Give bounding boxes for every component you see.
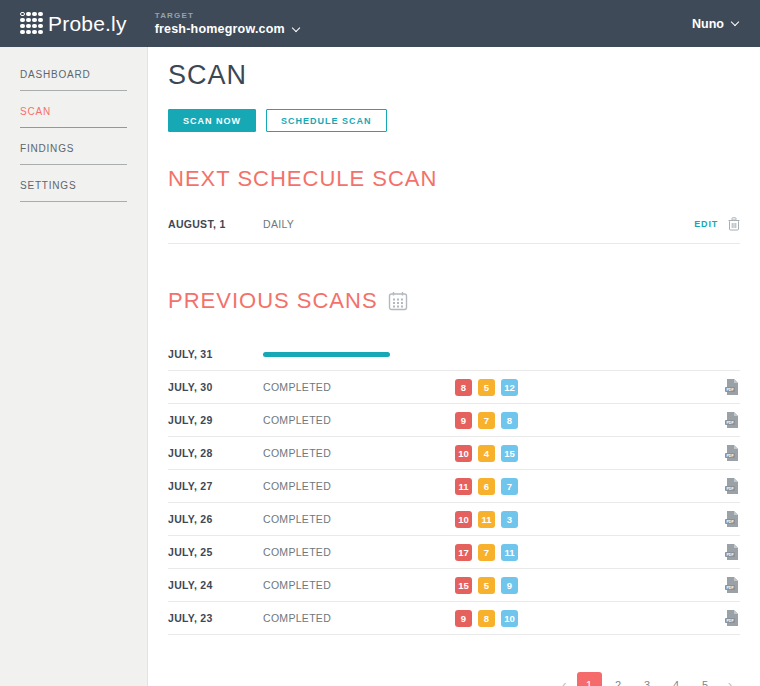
svg-text:PDF: PDF [726,388,734,392]
page-title: SCAN [168,60,740,91]
user-menu[interactable]: Nuno [692,17,738,31]
sidebar-item-rule [20,127,127,128]
edit-schedule-button[interactable]: EDIT [694,219,718,229]
previous-scans-list: JULY, 31 JULY, 30 COMPLETED 8 5 12 PDF [168,338,740,635]
high-severity-badge: 17 [455,544,472,561]
scan-now-button[interactable]: SCAN NOW [168,109,256,132]
pdf-file-icon[interactable]: PDF [724,609,740,627]
svg-text:PDF: PDF [726,586,734,590]
pagination-next[interactable]: › [720,677,740,686]
sidebar-item-label: SETTINGS [20,174,127,201]
low-severity-badge: 10 [501,610,518,627]
pdf-file-icon[interactable]: PDF [724,411,740,429]
brand-logo[interactable]: Probe.ly [20,12,127,36]
previous-scans-heading-text: PREVIOUS SCANS [168,288,378,314]
medium-severity-badge: 7 [478,544,495,561]
sidebar-item-rule [20,201,127,202]
scan-status: COMPLETED [263,546,455,558]
progress-bar-track [263,352,455,357]
scan-date: JULY, 25 [168,546,263,558]
sidebar: DASHBOARD SCAN FINDINGS SETTINGS [0,47,148,686]
scan-status: COMPLETED [263,381,455,393]
low-severity-badge: 3 [501,511,518,528]
medium-severity-badge: 4 [478,445,495,462]
svg-text:PDF: PDF [726,487,734,491]
low-severity-badge: 9 [501,577,518,594]
scan-row: JULY, 23 COMPLETED 9 8 10 PDF [168,602,740,635]
pagination-prev[interactable]: ‹ [554,677,574,686]
scan-status: COMPLETED [263,480,455,492]
target-selector[interactable]: TARGET fresh-homegrow.com [155,11,299,36]
scan-row: JULY, 26 COMPLETED 10 11 3 PDF [168,503,740,536]
high-severity-badge: 15 [455,577,472,594]
pdf-file-icon[interactable]: PDF [724,510,740,528]
schedule-frequency: DAILY [263,218,455,230]
chevron-down-icon [292,23,300,31]
pdf-file-icon[interactable]: PDF [724,378,740,396]
pdf-file-icon[interactable]: PDF [724,576,740,594]
user-name: Nuno [692,17,724,31]
scan-status: COMPLETED [263,447,455,459]
scan-status: COMPLETED [263,579,455,591]
sidebar-item-settings[interactable]: SETTINGS [0,174,147,202]
medium-severity-badge: 6 [478,478,495,495]
medium-severity-badge: 5 [478,379,495,396]
pdf-file-icon[interactable]: PDF [724,444,740,462]
pdf-file-icon[interactable]: PDF [724,477,740,495]
scan-row: JULY, 29 COMPLETED 9 7 8 PDF [168,404,740,437]
medium-severity-badge: 7 [478,412,495,429]
next-schedule-heading-text: NEXT SCHECULE SCAN [168,166,437,192]
main-content: SCAN SCAN NOW SCHEDULE SCAN NEXT SCHECUL… [148,47,760,686]
high-severity-badge: 9 [455,610,472,627]
next-schedule-heading: NEXT SCHECULE SCAN [168,166,740,192]
sidebar-item-rule [20,164,127,165]
low-severity-badge: 8 [501,412,518,429]
calendar-icon[interactable] [388,291,408,311]
sidebar-item-scan[interactable]: SCAN [0,100,147,128]
pagination-page-4[interactable]: 4 [664,672,689,686]
scan-status: COMPLETED [263,414,455,426]
trash-icon[interactable] [728,217,740,231]
severity-badges: 17 7 11 [455,544,605,561]
scan-row: JULY, 28 COMPLETED 10 4 15 PDF [168,437,740,470]
sidebar-item-label: FINDINGS [20,137,127,164]
sidebar-item-rule [20,90,127,91]
medium-severity-badge: 8 [478,610,495,627]
scan-date: JULY, 30 [168,381,263,393]
high-severity-badge: 8 [455,379,472,396]
top-bar: Probe.ly TARGET fresh-homegrow.com Nuno [0,0,760,47]
low-severity-badge: 15 [501,445,518,462]
target-value: fresh-homegrow.com [155,22,285,36]
schedule-scan-button[interactable]: SCHEDULE SCAN [266,109,387,132]
sidebar-item-dashboard[interactable]: DASHBOARD [0,63,147,91]
pagination-page-2[interactable]: 2 [606,672,631,686]
pagination-page-1[interactable]: 1 [577,672,602,686]
previous-scans-heading: PREVIOUS SCANS [168,288,740,314]
severity-badges: 8 5 12 [455,379,605,396]
low-severity-badge: 7 [501,478,518,495]
severity-badges: 9 8 10 [455,610,605,627]
svg-text:PDF: PDF [726,421,734,425]
scan-date: JULY, 26 [168,513,263,525]
schedule-date: AUGUST, 1 [168,218,263,230]
scan-progress [263,352,455,357]
medium-severity-badge: 11 [478,511,495,528]
svg-text:PDF: PDF [726,553,734,557]
sidebar-item-label: DASHBOARD [20,63,127,90]
svg-text:PDF: PDF [726,619,734,623]
pdf-file-icon[interactable]: PDF [724,543,740,561]
scan-row-in-progress: JULY, 31 [168,338,740,371]
severity-badges: 9 7 8 [455,412,605,429]
action-buttons: SCAN NOW SCHEDULE SCAN [168,109,740,132]
scan-date: JULY, 28 [168,447,263,459]
sidebar-item-findings[interactable]: FINDINGS [0,137,147,165]
scan-date: JULY, 31 [168,348,263,360]
pagination-page-3[interactable]: 3 [635,672,660,686]
chevron-down-icon [731,18,739,26]
severity-badges: 11 6 7 [455,478,605,495]
high-severity-badge: 10 [455,445,472,462]
pagination-page-5[interactable]: 5 [693,672,718,686]
scan-status: COMPLETED [263,513,455,525]
scan-row: JULY, 30 COMPLETED 8 5 12 PDF [168,371,740,404]
dot-grid-logo-icon [20,12,44,36]
